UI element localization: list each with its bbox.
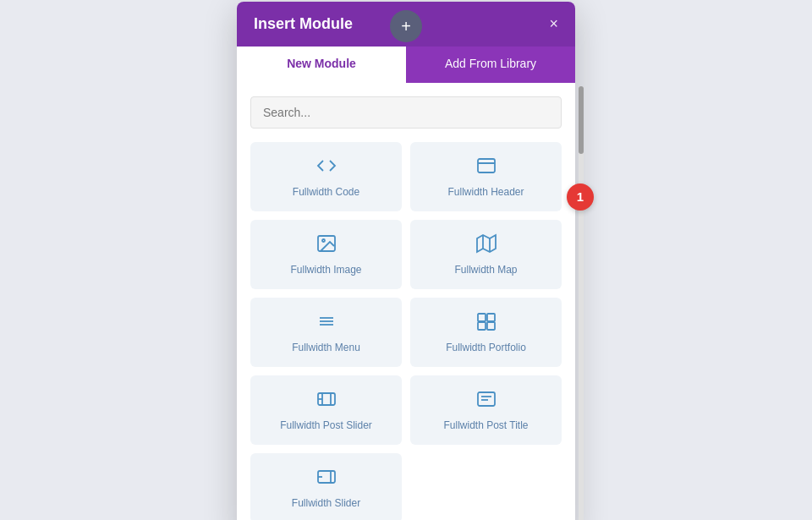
plus-icon: + — [401, 17, 411, 36]
module-fullwidth-portfolio[interactable]: Fullwidth Portfolio — [410, 298, 562, 367]
portfolio-icon — [476, 311, 497, 335]
image-icon — [316, 233, 337, 257]
map-icon — [476, 233, 497, 257]
module-label-fullwidth-post-slider: Fullwidth Post Slider — [280, 419, 372, 431]
search-input[interactable] — [250, 96, 562, 129]
svg-point-3 — [322, 239, 325, 242]
svg-marker-4 — [477, 235, 496, 252]
badge-count: 1 — [567, 183, 594, 211]
insert-module-modal: Insert Module × New Module Add From Libr… — [237, 2, 575, 521]
module-fullwidth-image[interactable]: Fullwidth Image — [250, 220, 402, 289]
module-fullwidth-header[interactable]: Fullwidth Header — [410, 142, 562, 211]
modal-tabs: New Module Add From Library — [237, 47, 575, 83]
module-label-fullwidth-header: Fullwidth Header — [447, 186, 524, 198]
module-label-fullwidth-slider: Fullwidth Slider — [292, 497, 360, 509]
svg-rect-12 — [478, 322, 486, 330]
module-label-fullwidth-portfolio: Fullwidth Portfolio — [446, 342, 526, 353]
module-fullwidth-post-slider[interactable]: Fullwidth Post Slider — [250, 375, 402, 445]
svg-rect-11 — [487, 314, 495, 321]
svg-rect-13 — [487, 322, 495, 330]
code-icon — [316, 156, 337, 179]
post-slider-icon — [316, 389, 337, 413]
svg-rect-10 — [478, 314, 486, 321]
module-fullwidth-post-title[interactable]: Fullwidth Post Title — [410, 375, 562, 445]
module-label-fullwidth-image: Fullwidth Image — [290, 264, 361, 276]
module-label-fullwidth-post-title: Fullwidth Post Title — [443, 419, 528, 431]
module-fullwidth-code[interactable]: Fullwidth Code — [250, 142, 402, 211]
module-fullwidth-slider[interactable]: Fullwidth Slider — [250, 453, 402, 521]
module-label-fullwidth-code: Fullwidth Code — [293, 186, 359, 198]
scrollbar-track[interactable] — [579, 86, 584, 521]
modules-grid: Fullwidth Code Fullwidth Header Fullwidt… — [250, 142, 562, 521]
module-fullwidth-map[interactable]: Fullwidth Map — [410, 220, 562, 289]
add-plus-button[interactable]: + — [390, 10, 422, 42]
svg-rect-18 — [478, 392, 495, 406]
module-label-fullwidth-menu: Fullwidth Menu — [292, 342, 360, 353]
header-icon — [476, 156, 497, 179]
tab-new-module[interactable]: New Module — [237, 47, 406, 83]
menu-icon — [316, 311, 337, 335]
scrollbar-thumb — [579, 86, 584, 154]
modal-title: Insert Module — [254, 15, 353, 33]
close-button[interactable]: × — [549, 16, 558, 31]
modal-body: Fullwidth Code Fullwidth Header Fullwidt… — [237, 83, 575, 521]
module-label-fullwidth-map: Fullwidth Map — [454, 264, 517, 276]
slider-icon — [316, 467, 337, 490]
svg-rect-0 — [478, 159, 495, 172]
module-fullwidth-menu[interactable]: Fullwidth Menu — [250, 298, 402, 367]
modal-container: Insert Module × New Module Add From Libr… — [237, 2, 575, 521]
post-title-icon — [476, 389, 497, 413]
tab-add-from-library[interactable]: Add From Library — [406, 47, 575, 83]
